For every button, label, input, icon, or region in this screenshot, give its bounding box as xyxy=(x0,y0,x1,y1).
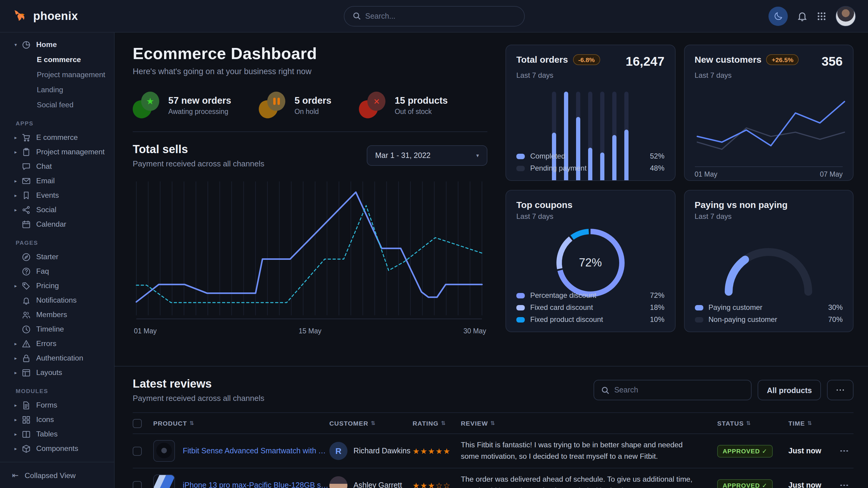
collapsed-view-label: Collapsed View xyxy=(25,471,76,480)
sidebar-item-social[interactable]: ▸Social xyxy=(0,202,114,217)
sidebar-section-label: APPS xyxy=(0,120,114,127)
legend-dot xyxy=(694,317,703,322)
status-cell: APPROVED ✓ xyxy=(717,479,788,488)
share-icon xyxy=(22,205,31,214)
legend-dot xyxy=(516,317,525,322)
chevron-right-icon: ▸ xyxy=(14,355,22,361)
date-range-select[interactable]: Mar 1 - 31, 2022 ▾ xyxy=(367,145,487,166)
total-orders-legend-item: Pending payment48% xyxy=(516,164,664,172)
user-avatar[interactable] xyxy=(835,6,856,26)
clipboard-icon xyxy=(22,148,31,157)
sidebar-item-faq[interactable]: Faq xyxy=(0,264,114,279)
all-products-button[interactable]: All products xyxy=(758,380,821,400)
reviews-more-button[interactable] xyxy=(827,380,854,400)
star-icon: ★ xyxy=(133,92,160,118)
sidebar-item-starter[interactable]: Starter xyxy=(0,250,114,264)
column-header-rating[interactable]: RATING⇅ xyxy=(412,420,461,427)
customer-avatar xyxy=(329,476,347,488)
rating-stars: ★★★☆☆ xyxy=(412,481,461,488)
global-search-input[interactable] xyxy=(365,12,516,20)
sidebar-subitem-landing[interactable]: Landing xyxy=(0,82,114,97)
sidebar-item-home[interactable]: ▾Home xyxy=(0,37,114,52)
apps-grid-icon xyxy=(817,11,826,21)
pause-icon xyxy=(273,98,280,105)
apps-menu-button[interactable] xyxy=(817,11,826,21)
chevron-right-icon: ▸ xyxy=(14,193,22,198)
sidebar-item-e-commerce[interactable]: ▸E commerce xyxy=(0,130,114,145)
sidebar-item-label: Calendar xyxy=(36,220,66,228)
column-header-time[interactable]: TIME⇅ xyxy=(788,420,840,427)
customer-cell: Ashley Garrett xyxy=(329,476,412,488)
stat-text: 57 new ordersAwating processing xyxy=(168,95,231,115)
sidebar-item-email[interactable]: ▸Email xyxy=(0,174,114,188)
sidebar-item-label: Tables xyxy=(36,430,58,438)
column-header-review[interactable]: REVIEW⇅ xyxy=(461,420,717,427)
sidebar-item-events[interactable]: ▸Events xyxy=(0,188,114,202)
sidebar-item-timeline[interactable]: Timeline xyxy=(0,322,114,336)
sidebar-item-notifications[interactable]: Notifications xyxy=(0,293,114,307)
sidebar-item-label: Starter xyxy=(36,253,59,261)
customer-name: Ashley Garrett xyxy=(353,481,402,488)
chevron-right-icon: ▸ xyxy=(14,446,22,451)
reviews-search-input[interactable] xyxy=(614,386,744,394)
sidebar-item-pricing[interactable]: ▸Pricing xyxy=(0,279,114,293)
sidebar-item-components[interactable]: ▸Components xyxy=(0,441,114,456)
sidebar-item-label: Project management xyxy=(36,148,105,156)
select-all-checkbox[interactable] xyxy=(133,419,142,428)
product-cell: Fitbit Sense Advanced Smartwatch with To… xyxy=(153,440,329,462)
global-search[interactable] xyxy=(343,6,525,26)
sidebar-item-errors[interactable]: ▸Errors xyxy=(0,336,114,351)
sidebar-item-members[interactable]: Members xyxy=(0,307,114,322)
column-header-status[interactable]: STATUS⇅ xyxy=(717,420,788,427)
sidebar-item-icons[interactable]: ▸Icons xyxy=(0,412,114,427)
reviews-search[interactable] xyxy=(594,380,752,400)
column-header-product[interactable]: PRODUCT⇅ xyxy=(153,420,329,427)
sidebar-item-label: Chat xyxy=(36,162,52,171)
total-orders-value: 16,247 xyxy=(626,54,664,69)
legend-label: Non-paying customer xyxy=(709,315,777,324)
sidebar-item-calendar[interactable]: Calendar xyxy=(0,217,114,231)
new-customers-axis-line xyxy=(694,166,843,167)
sidebar-item-layouts[interactable]: ▸Layouts xyxy=(0,365,114,380)
kpi-cards-grid: Total orders -6.8% 16,247 Last 7 days Co… xyxy=(505,44,854,366)
product-link[interactable]: iPhone 13 pro max-Pacific Blue-128GB sto… xyxy=(183,481,329,488)
collapsed-view-toggle[interactable]: ⇤ Collapsed View xyxy=(0,462,114,488)
sidebar-item-forms[interactable]: ▸Forms xyxy=(0,398,114,412)
row-more-icon[interactable] xyxy=(840,485,854,486)
stat-green: ★57 new ordersAwating processing xyxy=(133,92,231,118)
product-thumbnail[interactable] xyxy=(153,475,175,488)
stat-red: ✕15 productsOut of stock xyxy=(359,92,448,118)
brand[interactable]: phoenix xyxy=(12,8,78,24)
time-cell: Just now xyxy=(788,447,840,455)
stat-title: 5 orders xyxy=(294,95,332,106)
row-checkbox[interactable] xyxy=(133,446,142,455)
row-checkbox[interactable] xyxy=(133,481,142,488)
notifications-button[interactable] xyxy=(797,10,808,22)
top-navbar: phoenix xyxy=(0,0,868,33)
sidebar-item-label: Components xyxy=(36,444,78,453)
table-row: Fitbit Sense Advanced Smartwatch with To… xyxy=(133,434,854,468)
sidebar-subitem-social-feed[interactable]: Social feed xyxy=(0,97,114,112)
total-sells-chart-svg xyxy=(133,176,486,324)
sort-icon: ⇅ xyxy=(746,420,751,426)
sidebar-item-label: E commerce xyxy=(36,133,78,142)
chevron-right-icon: ▸ xyxy=(14,178,22,184)
legend-label: Fixed product discount xyxy=(530,315,603,324)
sidebar-subitem-project-management[interactable]: Project management xyxy=(0,67,114,82)
sidebar-subitem-e-commerce[interactable]: E commerce xyxy=(0,52,114,67)
sidebar-item-authentication[interactable]: ▸Authentication xyxy=(0,351,114,365)
total-sells-chart: 01 May15 May30 May xyxy=(133,176,487,334)
sidebar-item-project-management[interactable]: ▸Project management xyxy=(0,145,114,159)
row-more-icon[interactable] xyxy=(840,450,854,452)
sidebar-item-tables[interactable]: ▸Tables xyxy=(0,427,114,441)
sidebar-item-label: Pricing xyxy=(36,282,59,290)
search-icon xyxy=(602,386,610,394)
review-text: This Fitbit is fantastic! I was trying t… xyxy=(461,440,717,462)
row-actions-cell xyxy=(840,485,854,486)
product-link[interactable]: Fitbit Sense Advanced Smartwatch with To… xyxy=(183,447,329,455)
sidebar-item-chat[interactable]: Chat xyxy=(0,159,114,174)
product-thumbnail[interactable] xyxy=(153,440,175,462)
theme-toggle-button[interactable] xyxy=(769,6,788,26)
column-header-customer[interactable]: CUSTOMER⇅ xyxy=(329,420,412,427)
status-badge: APPROVED ✓ xyxy=(717,445,773,457)
